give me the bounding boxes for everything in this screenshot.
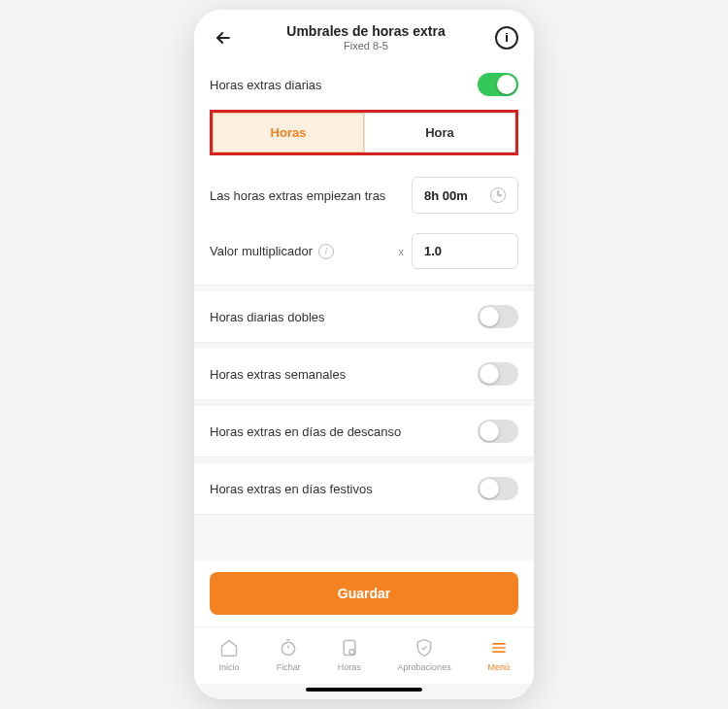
- double-daily-label: Horas diarias dobles: [210, 310, 325, 324]
- info-button[interactable]: i: [495, 26, 518, 50]
- header: Umbrales de horas extra Fixed 8-5 i: [194, 10, 534, 59]
- back-button[interactable]: [210, 24, 237, 51]
- save-row: Guardar: [194, 560, 534, 626]
- multiplier-x: x: [399, 246, 405, 257]
- weekly-section: Horas extras semanales: [194, 349, 534, 400]
- tabs-mode: Horas Hora: [210, 110, 518, 155]
- start-after-value: 8h 00m: [424, 188, 468, 203]
- nav-approvals[interactable]: Aprobaciones: [398, 637, 451, 672]
- daily-overtime-toggle[interactable]: [478, 73, 518, 96]
- home-indicator: [306, 688, 422, 692]
- start-after-input[interactable]: 8h 00m: [412, 177, 518, 214]
- bottom-nav: Inicio Fichar Horas Aprobaciones: [194, 626, 534, 684]
- phone-frame: Umbrales de horas extra Fixed 8-5 i Hora…: [194, 10, 534, 699]
- daily-overtime-label: Horas extras diarias: [210, 78, 322, 92]
- save-button[interactable]: Guardar: [210, 572, 518, 615]
- multiplier-input[interactable]: 1.0: [412, 233, 518, 269]
- restday-label: Horas extras en días de descanso: [210, 424, 401, 439]
- weekly-label: Horas extras semanales: [210, 367, 346, 382]
- clock-icon: [490, 187, 506, 203]
- nav-home[interactable]: Inicio: [218, 637, 240, 672]
- home-icon: [218, 637, 240, 658]
- nav-clockin[interactable]: Fichar: [277, 637, 301, 672]
- holiday-toggle[interactable]: [478, 477, 518, 500]
- daily-overtime-section: Horas extras diarias Horas Hora Las hora…: [194, 59, 534, 286]
- content: Horas extras diarias Horas Hora Las hora…: [194, 59, 534, 699]
- nav-hours[interactable]: Horas: [338, 637, 361, 672]
- title-block: Umbrales de horas extra Fixed 8-5: [237, 23, 495, 51]
- weekly-toggle[interactable]: [478, 362, 518, 386]
- svg-point-2: [349, 650, 354, 655]
- shield-icon: [414, 637, 435, 658]
- multiplier-label: Valor multiplicador i: [210, 244, 334, 259]
- restday-section: Horas extras en días de descanso: [194, 406, 534, 457]
- restday-toggle[interactable]: [478, 420, 518, 443]
- double-daily-toggle[interactable]: [478, 305, 518, 328]
- svg-point-0: [282, 642, 295, 655]
- arrow-left-icon: [214, 28, 233, 48]
- hours-icon: [339, 637, 360, 658]
- tab-hour[interactable]: Hora: [364, 113, 515, 152]
- nav-menu[interactable]: Menú: [488, 637, 511, 672]
- info-icon: i: [505, 30, 509, 45]
- tab-hours[interactable]: Horas: [213, 113, 364, 152]
- start-after-label: Las horas extras empiezan tras: [210, 188, 385, 203]
- info-icon[interactable]: i: [318, 244, 334, 259]
- stopwatch-icon: [278, 637, 299, 658]
- page-subtitle: Fixed 8-5: [237, 40, 495, 51]
- page-title: Umbrales de horas extra: [237, 23, 495, 39]
- menu-icon: [488, 637, 510, 658]
- holiday-label: Horas extras en días festivos: [210, 482, 373, 496]
- double-daily-section: Horas diarias dobles: [194, 291, 534, 343]
- holiday-section: Horas extras en días festivos: [194, 463, 534, 515]
